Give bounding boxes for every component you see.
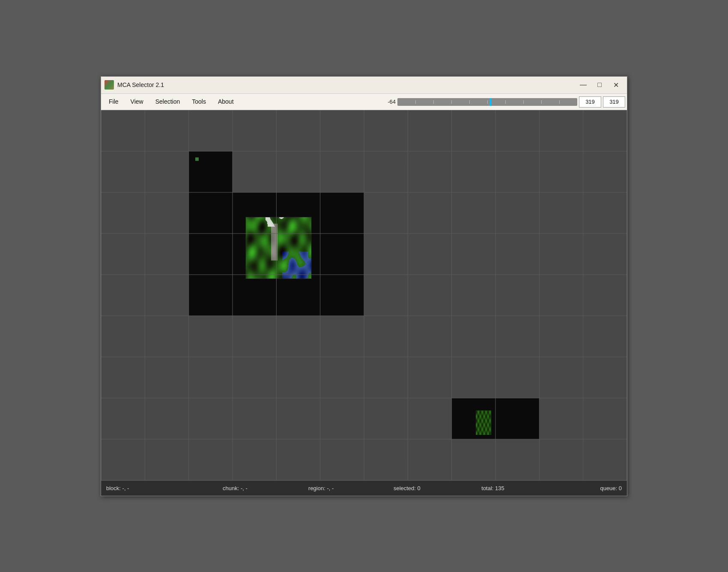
tick-8	[541, 100, 542, 104]
minimize-button[interactable]: —	[576, 78, 591, 91]
status-queue: queue: 0	[536, 485, 622, 491]
tick-6	[505, 100, 506, 104]
status-chunk: chunk: -, -	[192, 485, 278, 491]
app-window: MCA Selector 2.1 — □ ✕ File View Selecti…	[101, 76, 627, 496]
height-slider-track[interactable]	[397, 98, 577, 106]
slider-min-label: -64	[379, 99, 396, 105]
menu-bar: File View Selection Tools About -64	[101, 94, 627, 110]
maximize-button[interactable]: □	[592, 78, 607, 91]
slider-value1-input[interactable]	[579, 96, 601, 108]
app-icon	[104, 80, 114, 90]
tick-5	[487, 100, 488, 104]
status-region: region: -, -	[278, 485, 364, 491]
status-total: total: 135	[450, 485, 536, 491]
map-canvas[interactable]	[101, 110, 627, 480]
height-slider-area: -64	[379, 94, 627, 110]
tick-2	[433, 100, 434, 104]
status-bar: block: -, - chunk: -, - region: -, - sel…	[101, 480, 627, 496]
menu-file[interactable]: File	[103, 96, 125, 108]
title-bar: MCA Selector 2.1 — □ ✕	[101, 77, 627, 94]
window-title: MCA Selector 2.1	[117, 81, 576, 88]
status-block: block: -, -	[106, 485, 192, 491]
tick-4	[469, 100, 470, 104]
tick-1	[415, 100, 416, 104]
slider-value2-input[interactable]	[603, 96, 625, 108]
tick-3	[451, 100, 452, 104]
menu-about[interactable]: About	[212, 96, 240, 108]
menu-view[interactable]: View	[125, 96, 149, 108]
menu-tools[interactable]: Tools	[186, 96, 212, 108]
tick-7	[523, 100, 524, 104]
window-controls: — □ ✕	[576, 78, 624, 91]
close-button[interactable]: ✕	[608, 78, 624, 91]
menu-selection[interactable]: Selection	[149, 96, 186, 108]
status-selected: selected: 0	[364, 485, 450, 491]
tick-9	[559, 100, 560, 104]
slider-thumb	[489, 98, 491, 106]
map-viewport[interactable]	[101, 110, 627, 480]
